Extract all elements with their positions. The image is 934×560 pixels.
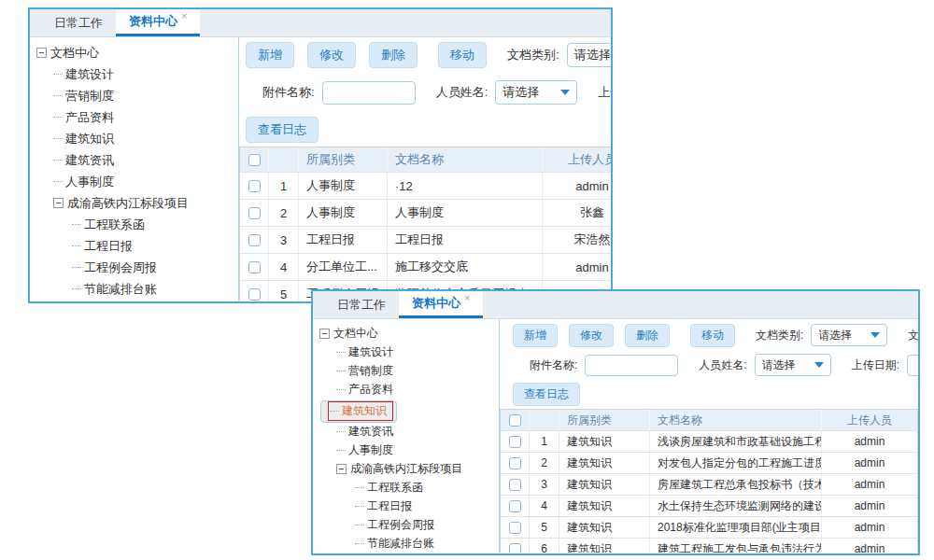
row-doc-name: 浅谈房屋建筑和市政基础设施工程施... bbox=[649, 431, 821, 452]
tab-daily-work[interactable]: 日常工作 bbox=[41, 9, 116, 36]
tree-item[interactable]: 建筑设计 bbox=[313, 343, 499, 361]
chevron-down-icon bbox=[814, 362, 824, 368]
tree-item[interactable]: 工程联系函 bbox=[30, 214, 238, 235]
tree-item[interactable]: 产品资料 bbox=[313, 380, 499, 399]
close-icon[interactable]: × bbox=[181, 10, 187, 21]
tree-item[interactable]: 工程联系函 bbox=[313, 479, 499, 497]
row-checkbox[interactable] bbox=[248, 207, 261, 219]
row-checkbox[interactable] bbox=[248, 261, 261, 273]
tree-item-doc-center[interactable]: 文档中心 bbox=[313, 324, 499, 343]
attachment-name-input[interactable] bbox=[585, 355, 678, 376]
row-checkbox[interactable] bbox=[509, 500, 521, 512]
tree-dash bbox=[336, 431, 346, 432]
select-value: 请选择 bbox=[818, 328, 852, 343]
collapse-icon[interactable] bbox=[336, 464, 347, 474]
table-row[interactable]: 3 建筑知识 房屋建筑工程总承包投标书（技术标... admin bbox=[501, 473, 917, 495]
datacenter-window-front: 日常工作 资料中心 × 文档中心 建筑设计 营销制度 产品资料 建筑知识 建筑资… bbox=[311, 289, 920, 555]
row-checkbox[interactable] bbox=[248, 180, 261, 192]
tree-item[interactable]: 工程日报 bbox=[313, 497, 499, 516]
table-row[interactable]: 3 工程日报 工程日报 宋浩然 bbox=[240, 226, 611, 253]
tree-item[interactable]: 营销制度 bbox=[313, 361, 499, 380]
table-row[interactable]: 1 建筑知识 浅谈房屋建筑和市政基础设施工程施... admin bbox=[501, 430, 917, 452]
tab-daily-work[interactable]: 日常工作 bbox=[324, 291, 399, 318]
doc-category-select[interactable]: 请选择 bbox=[811, 324, 887, 346]
tree-dash bbox=[355, 543, 364, 544]
edit-button[interactable]: 修改 bbox=[307, 42, 356, 68]
table-row[interactable]: 6 建筑知识 建筑工程施工发包与承包违法行为认... admin bbox=[501, 538, 917, 553]
person-name-select[interactable]: 请选择 bbox=[755, 354, 831, 376]
tree-item[interactable]: 分工单位工作移交 bbox=[30, 300, 238, 301]
tree-item-label: 产品资料 bbox=[65, 109, 114, 126]
view-log-button[interactable]: 查看日志 bbox=[246, 117, 318, 143]
view-log-button[interactable]: 查看日志 bbox=[513, 383, 580, 406]
attachment-name-input[interactable] bbox=[322, 81, 416, 105]
row-uploader: admin bbox=[821, 539, 917, 553]
tree-item[interactable]: 人事制度 bbox=[313, 441, 499, 460]
col-doc-name: 文档名称 bbox=[649, 410, 821, 430]
table-row[interactable]: 2 建筑知识 对发包人指定分包的工程施工进度安... admin bbox=[501, 452, 917, 473]
row-index: 4 bbox=[268, 254, 298, 280]
row-checkbox[interactable] bbox=[509, 457, 521, 469]
person-name-label: 人员姓名: bbox=[436, 84, 488, 101]
tree-item[interactable]: 工程例会周报 bbox=[30, 257, 238, 278]
table-row[interactable]: 4 分工单位工... 施工移交交底 admin bbox=[240, 253, 611, 280]
tree-dash bbox=[53, 117, 63, 118]
tree-item-doc-center[interactable]: 文档中心 bbox=[30, 42, 238, 63]
row-checkbox[interactable] bbox=[509, 543, 521, 553]
row-checkbox[interactable] bbox=[248, 288, 261, 301]
add-button[interactable]: 新增 bbox=[246, 42, 294, 68]
tree-item[interactable]: 营销制度 bbox=[30, 85, 238, 106]
edit-button[interactable]: 修改 bbox=[569, 324, 614, 347]
select-all-checkbox[interactable] bbox=[248, 154, 261, 166]
tree-item[interactable]: 建筑资讯 bbox=[30, 149, 238, 171]
select-all-checkbox[interactable] bbox=[509, 414, 521, 427]
tree-item-label: 工程日报 bbox=[84, 238, 133, 255]
row-index: 5 bbox=[268, 281, 298, 301]
row-checkbox[interactable] bbox=[509, 436, 521, 448]
document-tree-panel: 文档中心 建筑设计 营销制度 产品资料 建筑知识 建筑资讯 人事制度 成渝高铁内… bbox=[30, 37, 239, 301]
col-doc-name: 文档名称 bbox=[387, 147, 542, 172]
tree-item-project[interactable]: 成渝高铁内江标段项目 bbox=[313, 460, 499, 479]
move-button[interactable]: 移动 bbox=[438, 42, 487, 68]
tree-item-label: 产品资料 bbox=[348, 382, 393, 398]
tree-dash bbox=[53, 160, 63, 161]
tree-item[interactable]: 建筑设计 bbox=[30, 63, 238, 85]
delete-button[interactable]: 删除 bbox=[625, 324, 670, 347]
upload-date-input[interactable] bbox=[907, 355, 918, 376]
collapse-icon[interactable] bbox=[53, 198, 64, 208]
tree-item[interactable]: 产品资料 bbox=[30, 106, 238, 128]
tree-item[interactable]: 节能减排台账 bbox=[313, 535, 499, 553]
tree-item-label: 成渝高铁内江标段项目 bbox=[67, 195, 189, 212]
close-icon[interactable]: × bbox=[464, 292, 470, 303]
row-checkbox[interactable] bbox=[509, 522, 521, 534]
tree-item[interactable]: 工程日报 bbox=[30, 235, 238, 257]
table-row[interactable]: 5 建筑知识 2018标准化监理项目部(业主项目部)... admin bbox=[501, 516, 917, 538]
row-doc-name: 房屋建筑工程总承包投标书（技术标... bbox=[649, 474, 821, 495]
move-button[interactable]: 移动 bbox=[690, 324, 735, 347]
tree-dash bbox=[53, 95, 63, 96]
tree-item[interactable]: 节能减排台账 bbox=[30, 278, 238, 300]
tree-item-selected[interactable]: 建筑知识 bbox=[320, 400, 397, 423]
collapse-icon[interactable] bbox=[319, 329, 330, 339]
table-row[interactable]: 2 人事制度 人事制度 张鑫 bbox=[240, 199, 611, 226]
tree-item[interactable]: 建筑知识 bbox=[30, 128, 238, 149]
tree-item[interactable]: 工程例会周报 bbox=[313, 516, 499, 535]
tree-dash bbox=[72, 224, 81, 225]
row-checkbox[interactable] bbox=[509, 479, 521, 491]
tree-item-project[interactable]: 成渝高铁内江标段项目 bbox=[30, 192, 238, 214]
doc-category-select[interactable]: 请选择 bbox=[567, 43, 611, 67]
row-index: 3 bbox=[529, 474, 559, 495]
tree-item[interactable]: 建筑资讯 bbox=[313, 423, 499, 441]
tree-item-label: 人事制度 bbox=[65, 174, 114, 190]
upload-date-label: 上传日 bbox=[598, 84, 611, 101]
tab-data-center[interactable]: 资料中心 × bbox=[116, 9, 200, 36]
person-name-select[interactable]: 请选择 bbox=[495, 80, 577, 105]
delete-button[interactable]: 删除 bbox=[369, 42, 417, 68]
table-row[interactable]: 1 人事制度 ·12 admin bbox=[240, 172, 611, 199]
collapse-icon[interactable] bbox=[36, 48, 47, 58]
add-button[interactable]: 新增 bbox=[513, 324, 558, 347]
tree-item[interactable]: 人事制度 bbox=[30, 171, 238, 192]
tab-data-center[interactable]: 资料中心 × bbox=[399, 291, 483, 318]
row-checkbox[interactable] bbox=[248, 234, 261, 246]
table-row[interactable]: 4 建筑知识 水土保持生态环境监测网络的建设与... admin bbox=[501, 495, 917, 516]
